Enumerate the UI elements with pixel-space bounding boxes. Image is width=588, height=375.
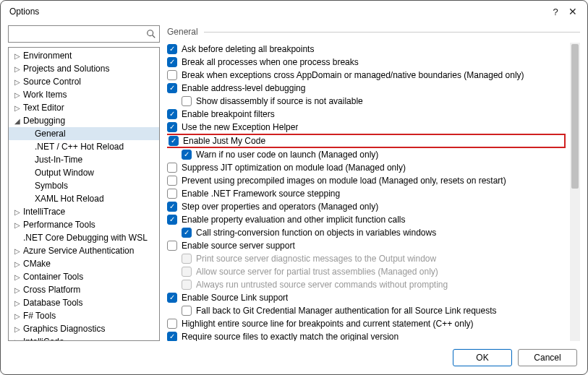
tree-item[interactable]: ▷Projects and Solutions [9, 62, 159, 75]
checkbox[interactable] [167, 189, 177, 199]
expand-icon[interactable]: ▷ [13, 104, 22, 112]
cancel-button[interactable]: Cancel [518, 349, 577, 366]
tree-item[interactable]: ▷Performance Tools [9, 218, 159, 231]
checkbox[interactable] [167, 293, 177, 303]
checkbox[interactable] [167, 109, 177, 119]
setting-label: Enable property evaluation and other imp… [182, 215, 406, 225]
expand-icon[interactable]: ▷ [13, 260, 22, 268]
setting-row: Print source server diagnostic messages … [167, 252, 566, 265]
setting-row: Prevent using precompiled images on modu… [167, 174, 566, 187]
expand-icon[interactable]: ▷ [13, 273, 22, 281]
scroll-thumb[interactable] [571, 44, 579, 189]
category-tree[interactable]: ▷Environment▷Projects and Solutions▷Sour… [8, 47, 160, 341]
checkbox[interactable] [167, 70, 177, 80]
tree-item-label: Projects and Solutions [22, 64, 109, 74]
tree-item[interactable]: ▷Text Editor [9, 101, 159, 114]
expand-icon[interactable]: ▷ [13, 208, 22, 216]
tree-item[interactable]: Just-In-Time [9, 153, 159, 166]
checkbox[interactable] [167, 44, 177, 54]
expand-icon[interactable]: ▷ [13, 78, 22, 86]
tree-item-label: XAML Hot Reload [33, 194, 104, 204]
checkbox[interactable] [182, 306, 192, 316]
tree-item[interactable]: ▷Source Control [9, 75, 159, 88]
setting-label: Enable Just My Code [183, 136, 265, 146]
tree-item[interactable]: XAML Hot Reload [9, 192, 159, 205]
expand-icon[interactable]: ▷ [13, 65, 22, 73]
search-icon[interactable] [143, 29, 159, 39]
checkbox[interactable] [167, 122, 177, 132]
setting-row: Enable Just My Code [167, 134, 566, 148]
setting-label: Allow source server for partial trust as… [196, 267, 438, 277]
expand-icon[interactable]: ▷ [13, 312, 22, 320]
tree-item[interactable]: ▷IntelliCode [9, 335, 159, 341]
tree-item[interactable]: .NET / C++ Hot Reload [9, 140, 159, 153]
tree-item[interactable]: .NET Core Debugging with WSL [9, 231, 159, 244]
tree-item[interactable]: Symbols [9, 179, 159, 192]
setting-row: Step over properties and operators (Mana… [167, 200, 566, 213]
tree-item[interactable]: ▷Work Items [9, 88, 159, 101]
tree-item[interactable]: ▷Cross Platform [9, 283, 159, 296]
setting-row: Enable property evaluation and other imp… [167, 213, 566, 226]
tree-item[interactable]: ▷Graphics Diagnostics [9, 322, 159, 335]
setting-label: Fall back to Git Credential Manager auth… [196, 306, 497, 316]
settings-list: Ask before deleting all breakpointsBreak… [167, 43, 570, 341]
tree-item-label: Symbols [33, 181, 68, 191]
checkbox[interactable] [167, 163, 177, 173]
close-button[interactable]: ✕ [564, 3, 581, 20]
expand-icon[interactable]: ▷ [13, 52, 22, 60]
checkbox[interactable] [182, 96, 192, 106]
expand-icon[interactable]: ▷ [13, 91, 22, 99]
tree-item[interactable]: ▷CMake [9, 257, 159, 270]
setting-row: Break when exceptions cross AppDomain or… [167, 69, 566, 82]
checkbox[interactable] [167, 202, 177, 212]
setting-label: Warn if no user code on launch (Managed … [196, 150, 378, 160]
setting-label: Step over properties and operators (Mana… [182, 202, 378, 212]
setting-row: Enable Source Link support [167, 291, 566, 304]
checkbox[interactable] [167, 332, 177, 341]
checkbox[interactable] [167, 241, 177, 251]
tree-item[interactable]: ▷Azure Service Authentication [9, 244, 159, 257]
search-box[interactable] [8, 25, 160, 43]
tree-item-label: Cross Platform [22, 285, 80, 295]
tree-item-label: General [33, 129, 66, 139]
setting-label: Break all processes when one process bre… [182, 57, 359, 67]
expand-icon[interactable]: ▷ [13, 286, 22, 294]
expand-icon[interactable]: ▷ [13, 325, 22, 333]
tree-item[interactable]: ▷Database Tools [9, 296, 159, 309]
setting-row: Show disassembly if source is not availa… [167, 95, 566, 108]
setting-row: Enable .NET Framework source stepping [167, 187, 566, 200]
scrollbar[interactable] [570, 43, 580, 341]
tree-item[interactable]: ▷Container Tools [9, 270, 159, 283]
checkbox[interactable] [167, 57, 177, 67]
checkbox [182, 267, 192, 277]
expand-icon[interactable]: ▷ [13, 221, 22, 229]
tree-item[interactable]: ▷F# Tools [9, 309, 159, 322]
checkbox[interactable] [167, 83, 177, 93]
setting-row: Enable source server support [167, 239, 566, 252]
tree-item[interactable]: General [9, 127, 159, 140]
setting-row: Warn if no user code on launch (Managed … [167, 148, 566, 161]
tree-item[interactable]: Output Window [9, 166, 159, 179]
help-button[interactable]: ? [547, 3, 564, 20]
tree-item-label: IntelliTrace [22, 207, 65, 217]
expand-icon[interactable]: ▷ [13, 299, 22, 307]
tree-item[interactable]: ▷IntelliTrace [9, 205, 159, 218]
tree-item[interactable]: ▷Environment [9, 49, 159, 62]
checkbox[interactable] [169, 136, 179, 146]
ok-button[interactable]: OK [453, 349, 512, 366]
dialog-button-row: OK Cancel [1, 341, 587, 374]
checkbox[interactable] [167, 176, 177, 186]
checkbox[interactable] [182, 228, 192, 238]
search-input[interactable] [9, 26, 143, 42]
expand-icon[interactable]: ▷ [13, 247, 22, 255]
tree-item[interactable]: ◢Debugging [9, 114, 159, 127]
collapse-icon[interactable]: ◢ [13, 117, 22, 125]
checkbox[interactable] [167, 319, 177, 329]
checkbox[interactable] [182, 150, 192, 160]
svg-line-1 [153, 35, 155, 38]
settings-scroll-area: Ask before deleting all breakpointsBreak… [167, 43, 580, 341]
setting-label: Print source server diagnostic messages … [196, 254, 436, 264]
tree-item-label: Output Window [33, 168, 94, 178]
checkbox[interactable] [167, 215, 177, 225]
tree-item-label: Container Tools [22, 272, 83, 282]
